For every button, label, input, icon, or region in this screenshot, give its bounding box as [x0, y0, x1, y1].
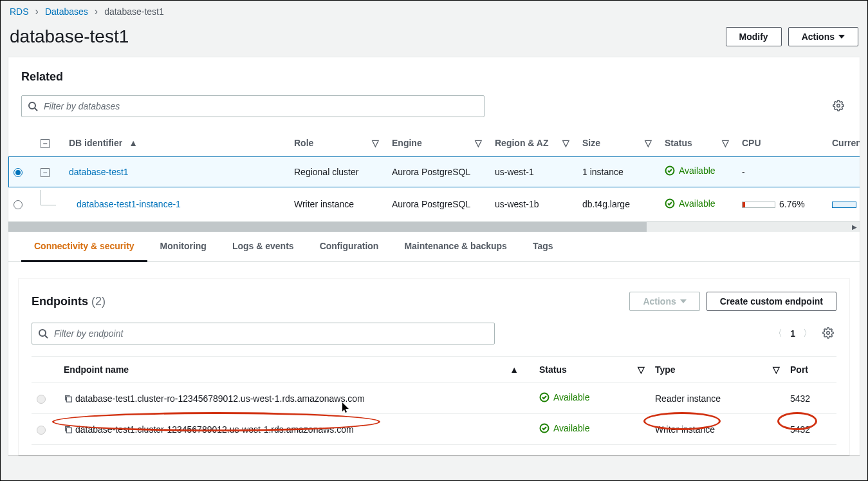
expand-toggle[interactable]: − — [41, 168, 50, 177]
sort-asc-icon: ▲ — [129, 138, 138, 148]
endpoints-count: (2) — [91, 295, 106, 308]
col-endpoint-port[interactable]: Port — [790, 364, 808, 375]
svg-point-7 — [827, 331, 830, 334]
related-heading: Related — [21, 70, 847, 84]
tab-monitoring[interactable]: Monitoring — [147, 232, 219, 261]
endpoints-search — [32, 323, 495, 344]
col-engine[interactable]: Engine — [392, 138, 422, 148]
related-table: − DB identifier ▲ Role▽ Engine▽ Region &… — [8, 130, 860, 222]
cell-role: Regional cluster — [289, 156, 387, 187]
filter-endpoint-input[interactable] — [32, 323, 495, 344]
cell-region: us-west-1 — [490, 156, 577, 187]
col-current[interactable]: Current — [832, 138, 860, 148]
col-endpoint-type[interactable]: Type — [655, 364, 676, 375]
actions-button[interactable]: Actions — [788, 27, 858, 46]
col-db-identifier[interactable]: DB identifier — [69, 138, 122, 148]
table-row[interactable]: database-test1-instance-1 Writer instanc… — [8, 187, 860, 222]
filter-icon[interactable]: ▽ — [475, 138, 482, 148]
horizontal-scrollbar[interactable]: ◀ ▶ — [8, 222, 860, 232]
select-all-checkbox[interactable]: − — [41, 139, 50, 148]
row-radio[interactable] — [14, 200, 23, 209]
endpoints-actions-button[interactable]: Actions — [629, 292, 699, 311]
gear-icon — [833, 100, 844, 111]
db-identifier-link[interactable]: database-test1 — [69, 167, 129, 177]
status-badge: Available — [539, 392, 590, 402]
col-endpoint-name[interactable]: Endpoint name — [64, 364, 129, 375]
breadcrumb-root[interactable]: RDS — [10, 6, 29, 17]
col-endpoint-status[interactable]: Status — [539, 364, 567, 375]
svg-line-6 — [45, 335, 48, 338]
detail-tabs: Connectivity & security Monitoring Logs … — [8, 232, 860, 262]
create-custom-endpoint-button[interactable]: Create custom endpoint — [706, 292, 836, 311]
endpoint-port: 5432 — [790, 424, 810, 435]
chevron-right-icon: › — [32, 6, 42, 17]
tab-tags[interactable]: Tags — [520, 232, 566, 261]
endpoints-panel: Endpoints (2) Actions Create custom endp… — [19, 279, 849, 455]
endpoints-heading: Endpoints (2) — [32, 295, 106, 308]
current-activity-bar — [832, 202, 856, 208]
related-table-wrap: − DB identifier ▲ Role▽ Engine▽ Region &… — [8, 130, 860, 232]
endpoint-row[interactable]: database-test1.cluster-ro-123456789012.u… — [32, 383, 836, 414]
filter-icon[interactable]: ▽ — [773, 364, 780, 375]
settings-button[interactable] — [830, 97, 847, 116]
modify-button[interactable]: Modify — [726, 27, 782, 46]
endpoint-type: Writer instance — [655, 424, 715, 435]
svg-point-0 — [29, 102, 35, 109]
filter-icon[interactable]: ▽ — [645, 138, 652, 148]
svg-point-5 — [39, 330, 46, 336]
cell-region: us-west-1b — [490, 187, 577, 222]
row-radio[interactable] — [14, 168, 23, 177]
tab-logs-events[interactable]: Logs & events — [219, 232, 307, 261]
col-region-az[interactable]: Region & AZ — [495, 138, 548, 148]
svg-rect-8 — [66, 397, 71, 402]
page-prev[interactable]: 〈 — [773, 328, 782, 339]
gear-icon — [822, 327, 834, 339]
chevron-right-icon: › — [91, 6, 102, 17]
filter-icon[interactable]: ▽ — [722, 138, 729, 148]
col-role[interactable]: Role — [294, 138, 313, 148]
endpoint-radio[interactable] — [37, 395, 46, 404]
scroll-right-icon[interactable]: ▶ — [849, 222, 860, 232]
copy-icon[interactable] — [64, 394, 73, 403]
tab-connectivity[interactable]: Connectivity & security — [21, 232, 147, 262]
filter-databases-input[interactable] — [21, 95, 485, 117]
tab-maintenance-backups[interactable]: Maintenance & backups — [391, 232, 520, 261]
cell-size: 1 instance — [577, 156, 660, 187]
caret-down-icon — [680, 299, 687, 303]
related-search — [21, 95, 485, 117]
caret-down-icon — [838, 35, 845, 39]
page-next[interactable]: 〉 — [803, 328, 812, 339]
svg-point-2 — [837, 104, 840, 107]
endpoint-row[interactable]: database-test1.cluster-123456789012.us-w… — [32, 414, 836, 445]
table-row[interactable]: − database-test1 Regional cluster Aurora… — [8, 156, 860, 187]
col-status[interactable]: Status — [665, 138, 692, 148]
page-title: database-test1 — [10, 26, 129, 47]
svg-rect-10 — [66, 428, 71, 433]
filter-icon[interactable]: ▽ — [638, 364, 645, 375]
copy-icon[interactable] — [64, 425, 73, 434]
breadcrumb-section[interactable]: Databases — [45, 6, 88, 17]
breadcrumb-current: database-test1 — [104, 6, 164, 17]
endpoint-name: database-test1.cluster-123456789012.us-w… — [75, 424, 354, 435]
scrollbar-thumb[interactable] — [8, 222, 647, 232]
check-circle-icon — [665, 198, 675, 209]
db-identifier-link[interactable]: database-test1-instance-1 — [77, 199, 181, 209]
search-icon — [38, 328, 48, 339]
status-badge: Available — [665, 165, 716, 176]
tab-configuration[interactable]: Configuration — [307, 232, 392, 261]
check-circle-icon — [665, 165, 675, 176]
endpoints-settings-button[interactable] — [820, 325, 836, 343]
breadcrumb: RDS › Databases › database-test1 — [1, 1, 867, 23]
filter-icon[interactable]: ▽ — [372, 138, 379, 148]
search-icon — [28, 101, 38, 111]
svg-line-1 — [35, 108, 37, 111]
endpoint-radio[interactable] — [37, 426, 46, 435]
cell-size: db.t4g.large — [577, 187, 660, 222]
pagination: 〈 1 〉 — [773, 325, 836, 343]
endpoint-port: 5432 — [785, 383, 836, 414]
col-size[interactable]: Size — [582, 138, 600, 148]
endpoint-type: Reader instance — [650, 383, 785, 414]
page-number: 1 — [790, 328, 795, 339]
filter-icon[interactable]: ▽ — [562, 138, 569, 148]
col-cpu[interactable]: CPU — [742, 138, 761, 148]
